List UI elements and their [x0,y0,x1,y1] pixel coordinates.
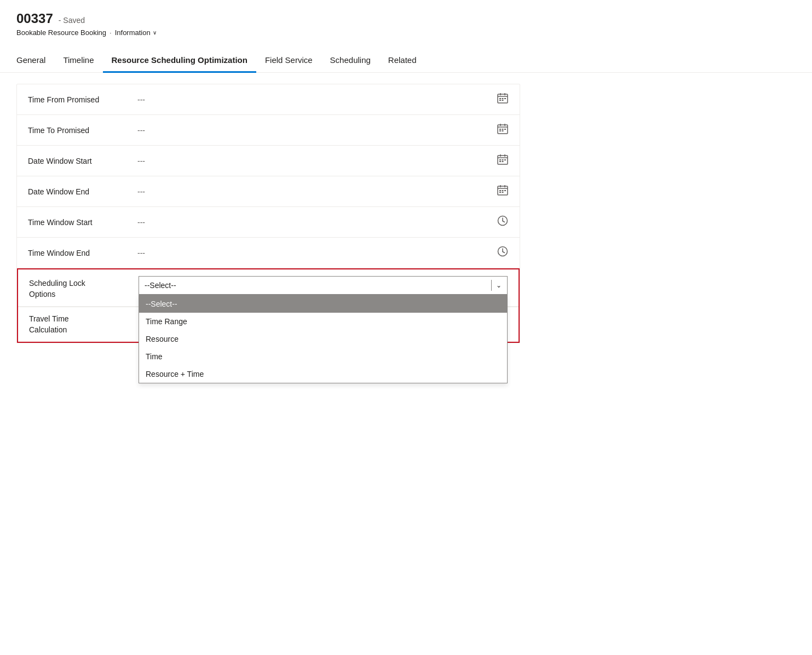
breadcrumb: Bookable Resource Booking · Information … [16,28,796,37]
dropdown-item-time-range[interactable]: Time Range [139,313,507,330]
record-id: 00337 [16,11,53,26]
svg-rect-24 [504,159,506,160]
field-row-time-window-end: Time Window End --- [17,238,520,268]
field-row-scheduling-lock: Scheduling Lock Options --Select-- ⌄ [18,269,519,307]
calendar-icon-time-to[interactable] [497,123,509,137]
calendar-svg [497,153,509,165]
tab-general[interactable]: General [16,50,54,73]
label-time-window-start: Time Window Start [28,218,137,227]
select-control-end: ⌄ [487,280,502,291]
svg-rect-26 [502,161,504,162]
svg-rect-8 [502,100,504,101]
tab-scheduling[interactable]: Scheduling [321,50,379,73]
dropdown-item-select[interactable]: --Select-- [139,295,507,313]
value-time-from-promised[interactable]: --- [137,95,497,104]
calendar-svg [497,123,509,135]
field-row-time-window-start: Time Window Start --- [17,207,520,238]
breadcrumb-view-toggle[interactable]: Information ∨ [115,28,157,37]
svg-rect-34 [499,192,501,193]
value-date-window-start[interactable]: --- [137,157,497,165]
field-row-date-window-end: Date Window End --- [17,176,520,207]
svg-rect-22 [499,159,501,160]
record-title-row: 00337 - Saved [16,11,796,26]
nav-tabs: General Timeline Resource Scheduling Opt… [0,50,812,73]
select-chevron-icon: ⌄ [496,281,502,289]
svg-rect-15 [504,129,506,130]
svg-rect-14 [502,129,504,130]
svg-rect-31 [499,190,501,191]
value-time-window-start[interactable]: --- [137,218,497,227]
svg-rect-35 [502,192,504,193]
svg-rect-32 [502,190,504,191]
label-date-window-start: Date Window Start [28,157,137,165]
clock-svg [497,215,509,227]
tab-rso[interactable]: Resource Scheduling Optimization [103,50,256,73]
breadcrumb-view-label: Information [115,28,151,37]
label-time-window-end: Time Window End [28,249,137,257]
svg-line-38 [503,221,505,222]
highlighted-section: Scheduling Lock Options --Select-- ⌄ [17,268,520,343]
label-date-window-end: Date Window End [28,187,137,196]
label-time-from-promised: Time From Promised [28,95,137,104]
calendar-icon-time-from[interactable] [497,92,509,107]
value-time-window-end[interactable]: --- [137,249,497,257]
content-area: Time From Promised --- [16,73,796,354]
calendar-svg [497,92,509,104]
tab-related[interactable]: Related [379,50,425,73]
header-section: 00337 - Saved Bookable Resource Booking … [16,11,796,41]
clock-icon-time-window-end[interactable] [497,245,509,260]
calendar-svg [497,184,509,196]
svg-line-41 [503,252,505,253]
page-container: 00337 - Saved Bookable Resource Booking … [0,0,812,655]
breadcrumb-separator: · [110,28,112,37]
breadcrumb-entity[interactable]: Bookable Resource Booking [16,28,106,37]
value-time-to-promised[interactable]: --- [137,126,497,135]
clock-svg [497,245,509,257]
field-row-time-from-promised: Time From Promised --- [17,84,520,115]
record-saved-label: - Saved [59,16,85,25]
svg-rect-33 [504,190,506,191]
form-card: Time From Promised --- [16,84,520,343]
field-row-time-to-promised: Time To Promised --- [17,115,520,146]
clock-icon-time-window-start[interactable] [497,215,509,229]
svg-rect-23 [502,159,504,160]
dropdown-item-resource-time[interactable]: Resource + Time [139,365,507,383]
calendar-icon-date-end[interactable] [497,184,509,199]
svg-rect-4 [499,98,501,99]
tab-field-service[interactable]: Field Service [256,50,321,73]
scheduling-lock-select[interactable]: --Select-- ⌄ [139,276,508,295]
label-time-to-promised: Time To Promised [28,126,137,135]
value-date-window-end[interactable]: --- [137,187,497,196]
svg-rect-6 [504,98,506,99]
svg-rect-13 [499,129,501,130]
svg-rect-16 [499,130,501,131]
tab-timeline[interactable]: Timeline [54,50,102,73]
svg-rect-5 [502,98,504,99]
dropdown-item-resource[interactable]: Resource [139,330,507,348]
scheduling-lock-dropdown: --Select-- Time Range Resource Time Reso… [139,295,508,383]
dropdown-item-time[interactable]: Time [139,348,507,365]
field-row-date-window-start: Date Window Start --- [17,146,520,176]
breadcrumb-chevron-icon: ∨ [153,30,157,36]
svg-rect-7 [499,100,501,101]
svg-rect-25 [499,161,501,162]
svg-rect-17 [502,130,504,131]
label-travel-time: Travel Time Calculation [29,314,139,335]
scheduling-lock-select-container: --Select-- ⌄ --Select-- Time Range Resou… [139,276,508,295]
scheduling-lock-value: --Select-- [145,281,176,290]
calendar-icon-date-start[interactable] [497,153,509,168]
select-divider [491,280,492,291]
label-scheduling-lock: Scheduling Lock Options [29,276,139,300]
